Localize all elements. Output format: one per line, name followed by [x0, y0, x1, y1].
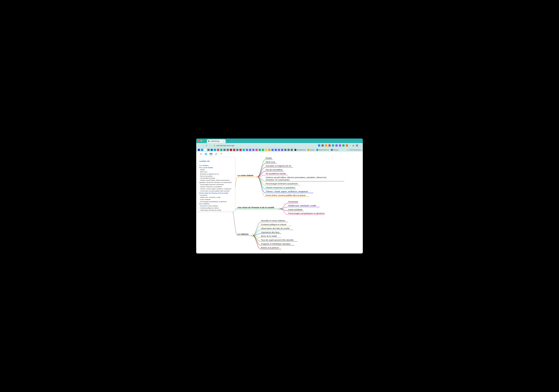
bookmark-icon[interactable] — [284, 149, 287, 151]
view-mode-icon[interactable]: 👓 — [200, 153, 202, 155]
editor-line: - Pessimiste — [199, 194, 234, 196]
bookmark-icon[interactable] — [288, 149, 290, 151]
minimize-window-button[interactable] — [200, 140, 202, 142]
bookmark-icon[interactable] — [233, 149, 235, 151]
mindmap-edge — [252, 236, 261, 245]
bookmark-icon[interactable] — [201, 149, 203, 151]
bookmark-icon[interactable] — [252, 149, 254, 151]
bookmark-icon[interactable] — [214, 149, 216, 151]
bookmark-link[interactable]: Submit — [307, 149, 315, 151]
new-tab-button[interactable]: + — [227, 139, 230, 143]
expand-tabs-button[interactable]: ⌄ — [360, 140, 361, 142]
bookmark-link[interactable]: Primary — [331, 149, 338, 151]
mindmap-node-label: Pas de merveilleux — [266, 169, 283, 171]
bookmark-icon[interactable] — [230, 149, 232, 151]
bookmark-icon[interactable] — [255, 149, 258, 151]
mindmap-node-label: Nouvelle et roman réalistes — [261, 220, 285, 222]
editor-line: - Observateur des faits de société — [199, 209, 234, 211]
bookmark-icon[interactable] — [246, 149, 248, 151]
mindmap-node-label: S'oppose à l'esthétique classique — [261, 243, 290, 245]
tab-title: myMarkmap — [211, 140, 219, 142]
bookmark-icon[interactable] — [281, 149, 283, 151]
bookmark-icon[interactable] — [262, 149, 264, 151]
browser-window: myMarkmap × + ⌄ ← → ⟳ ⌂ 🔒 mymarkmap.verc… — [196, 139, 363, 253]
bookmark-favicon — [294, 149, 296, 151]
mindmap-edge — [232, 210, 238, 236]
bookmark-icon[interactable] — [265, 149, 267, 151]
mindmap-node-dot[interactable] — [279, 208, 280, 210]
bookmark-icon[interactable] — [278, 149, 280, 151]
save-icon[interactable]: 💾 — [210, 153, 212, 155]
mindmap-node-label: Réalité dure, méchante, cruelle — [288, 205, 316, 207]
forward-button[interactable]: → — [202, 144, 204, 147]
extension-icon[interactable] — [332, 144, 334, 147]
bookmark-icon[interactable] — [243, 149, 245, 151]
bookmark-icon[interactable] — [240, 149, 242, 151]
tab-close-icon[interactable]: × — [223, 140, 224, 142]
bookmark-link[interactable]: MyStaffPortal — [294, 149, 306, 151]
mindmap-node-label: Schéma narratif (début, élément perturba… — [266, 176, 326, 181]
bookmark-icon[interactable] — [249, 149, 251, 151]
editor-line: ## Une vision de l'homme et de la sociét… — [199, 192, 234, 194]
home-button[interactable]: ⌂ — [209, 144, 211, 147]
bookmark-icon[interactable] — [259, 149, 261, 151]
profile-avatar[interactable] — [356, 144, 358, 147]
mindmap-node-label: Personnages sympathiques ou généreux — [288, 212, 325, 214]
extension-icon[interactable] — [318, 144, 320, 147]
bookmark-icon[interactable] — [217, 149, 219, 151]
extension-icon[interactable] — [322, 144, 324, 147]
mindmap-node-label: Le conte réaliste — [238, 174, 253, 177]
mindmap-node-label: Réalité — [266, 157, 272, 159]
browser-menu-icon[interactable]: ⋮ — [359, 144, 361, 147]
mindmap-node-label: Personnages fortement caractérisés — [266, 183, 298, 185]
bookmark-label: MyStaffPortal — [297, 149, 306, 151]
reload-button[interactable]: ⟳ — [205, 144, 208, 147]
bookmark-icon[interactable] — [291, 149, 293, 151]
bookmark-icon[interactable] — [271, 149, 274, 151]
close-window-button[interactable] — [198, 140, 199, 142]
bookmark-icon[interactable] — [198, 149, 200, 151]
back-button[interactable]: ← — [198, 144, 200, 147]
bookmark-icon[interactable] — [220, 149, 222, 151]
mindmap-node-dot[interactable] — [252, 235, 253, 236]
other-bookmarks[interactable]: 🗀 Other Bookmarks — [347, 149, 361, 151]
extension-icon[interactable] — [346, 144, 348, 147]
other-bookmarks-label: Other Bookmarks — [350, 149, 361, 151]
globe-icon[interactable]: 🌐 — [205, 153, 207, 155]
editor-line: --- — [199, 162, 234, 165]
editor-line: ## Le conte réaliste — [199, 167, 234, 169]
extension-icon[interactable] — [335, 144, 337, 147]
bookmark-icon[interactable] — [275, 149, 277, 151]
editor-line: - Vie quotidienne banale — [199, 177, 234, 179]
mindmap-edge — [252, 222, 261, 236]
bookmark-icon[interactable] — [227, 149, 229, 151]
editor-line: - Forme brève, souvent publiée dans la p… — [199, 190, 234, 192]
bookmark-icon[interactable] — [207, 149, 210, 151]
bookmark-icon[interactable] — [224, 149, 226, 151]
browser-action-icon[interactable]: ☆ — [349, 144, 351, 147]
browser-tab[interactable]: myMarkmap × — [207, 139, 226, 143]
bookmark-icon[interactable] — [236, 149, 238, 151]
markdown-editor[interactable]: ---maxWidth: 600--- # Le réalisme ## Le … — [198, 157, 235, 212]
bookmark-favicon — [316, 149, 318, 151]
bookmark-icon[interactable] — [211, 149, 213, 151]
link-icon[interactable]: 🔗 — [215, 153, 217, 155]
mindmap-node-dot[interactable] — [256, 176, 258, 178]
help-icon[interactable]: ? — [220, 153, 223, 155]
browser-action-icon[interactable]: 🧩 — [352, 144, 354, 147]
mindmap-node-label: Le réalisme — [238, 233, 249, 235]
bookmark-icon[interactable] — [268, 149, 270, 151]
editor-line: - Personnages sympathiques ou généreux — [199, 201, 234, 203]
bookmark-link[interactable]: Shared with me — [316, 149, 329, 151]
extension-icon[interactable] — [328, 144, 331, 147]
extension-icon[interactable] — [342, 144, 345, 147]
extension-icon[interactable] — [339, 144, 341, 147]
url-field[interactable]: 🔒 mymarkmap.vercel.app — [213, 144, 235, 147]
maximize-window-button[interactable] — [203, 140, 205, 142]
editor-line: # Le réalisme — [199, 165, 234, 167]
lock-icon: 🔒 — [214, 145, 215, 146]
mindmap-node-label: Tous les sujets peuvent être abordés — [261, 239, 294, 241]
extension-icon[interactable] — [325, 144, 327, 147]
mindmap-node-label: Pessimiste — [288, 201, 298, 203]
bookmark-icon[interactable] — [204, 149, 206, 151]
